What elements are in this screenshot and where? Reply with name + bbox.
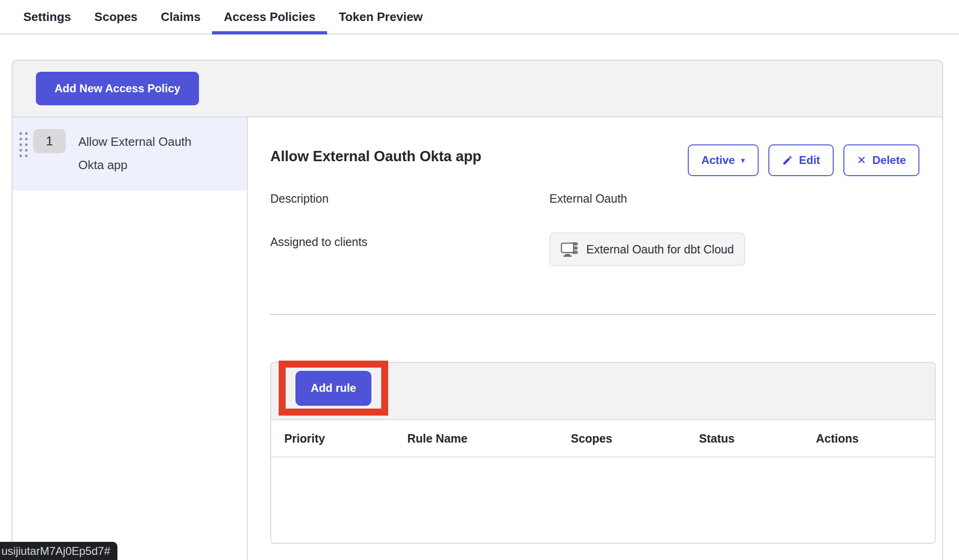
client-chip-label: External Oauth for dbt Cloud [586, 243, 734, 256]
policy-name-label: Allow External Oauth Okta app [78, 129, 216, 177]
policy-list-sidebar: 1 Allow External Oauth Okta app [13, 117, 248, 560]
policy-action-buttons: Active ▾ Edit ✕ Delete [688, 144, 919, 176]
policy-title: Allow External Oauth Okta app [270, 144, 481, 165]
section-divider [270, 314, 936, 315]
url-preview-tooltip: usijiutarM7Aj0Ep5d7# [0, 542, 117, 560]
client-monitor-icon [561, 241, 580, 257]
edit-button-label: Edit [799, 154, 820, 167]
rules-table-empty-body [271, 458, 935, 543]
status-dropdown-button[interactable]: Active ▾ [688, 144, 759, 176]
column-scopes: Scopes [571, 432, 699, 445]
delete-button[interactable]: ✕ Delete [843, 144, 919, 176]
policies-toolbar: Add New Access Policy [13, 61, 942, 117]
drag-handle-icon[interactable] [20, 132, 27, 157]
policy-fields: Description External Oauth Assigned to c… [270, 192, 936, 266]
add-rule-button[interactable]: Add rule [295, 371, 371, 406]
tab-scopes[interactable]: Scopes [83, 0, 150, 34]
add-new-access-policy-button[interactable]: Add New Access Policy [36, 72, 199, 105]
policy-detail-header: Allow External Oauth Okta app Active ▾ E… [270, 144, 936, 176]
rules-panel: Add rule Priority Rule Name Scopes Statu… [270, 362, 936, 544]
column-priority: Priority [284, 432, 407, 445]
tab-settings[interactable]: Settings [12, 0, 83, 34]
annotation-highlight-box: Add rule [279, 361, 388, 416]
policy-list-item[interactable]: 1 Allow External Oauth Okta app [13, 117, 247, 191]
delete-button-label: Delete [872, 154, 906, 167]
column-status: Status [699, 432, 816, 445]
tab-claims[interactable]: Claims [149, 0, 212, 34]
rules-table-header: Priority Rule Name Scopes Status Actions [271, 420, 935, 458]
chevron-down-icon: ▾ [741, 157, 745, 164]
tab-token-preview[interactable]: Token Preview [327, 0, 434, 34]
access-policies-card: Add New Access Policy 1 Allow External O… [12, 60, 943, 560]
close-icon: ✕ [857, 155, 866, 166]
policy-detail-panel: Allow External Oauth Okta app Active ▾ E… [248, 117, 942, 560]
client-chip[interactable]: External Oauth for dbt Cloud [549, 232, 745, 266]
description-label: Description [270, 192, 549, 205]
policies-body: 1 Allow External Oauth Okta app Allow Ex… [13, 117, 942, 560]
column-rule-name: Rule Name [407, 432, 571, 445]
tab-access-policies[interactable]: Access Policies [212, 0, 327, 34]
assigned-to-clients-label: Assigned to clients [270, 235, 549, 249]
status-dropdown-label: Active [701, 154, 735, 167]
column-actions: Actions [816, 432, 935, 445]
rules-toolbar: Add rule [271, 363, 935, 420]
tab-bar: Settings Scopes Claims Access Policies T… [0, 0, 959, 34]
edit-pencil-icon [782, 155, 793, 166]
policy-order-badge: 1 [33, 129, 66, 153]
description-value: External Oauth [549, 192, 936, 205]
edit-button[interactable]: Edit [768, 144, 834, 176]
